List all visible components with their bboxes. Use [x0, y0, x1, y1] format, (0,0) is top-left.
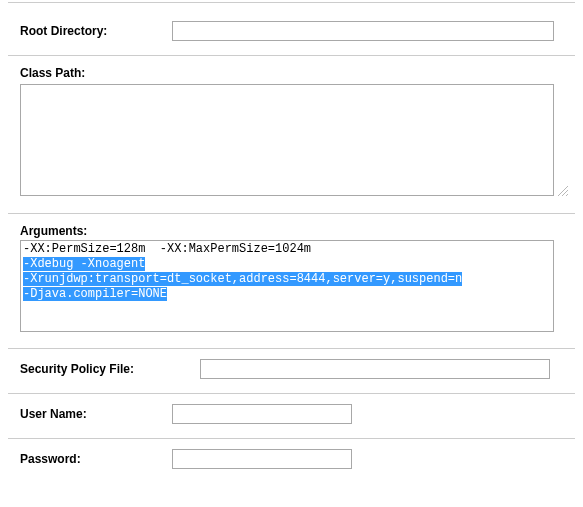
arguments-highlighted-line: -Xrunjdwp:transport=dt_socket,address=84… — [23, 272, 462, 286]
resize-grip-icon — [538, 316, 550, 328]
arguments-textarea[interactable]: -XX:PermSize=128m -XX:MaxPermSize=1024m-… — [20, 240, 554, 332]
security-policy-section: Security Policy File: — [8, 349, 575, 393]
svg-line-2 — [566, 194, 568, 196]
arguments-label: Arguments: — [20, 224, 87, 238]
user-name-input[interactable] — [172, 404, 352, 424]
user-name-label: User Name: — [20, 407, 172, 421]
svg-line-1 — [562, 190, 568, 196]
svg-line-0 — [558, 186, 568, 196]
password-label: Password: — [20, 452, 172, 466]
arguments-line: -XX:PermSize=128m -XX:MaxPermSize=1024m — [23, 242, 551, 257]
user-name-section: User Name: — [8, 394, 575, 438]
root-directory-section: Root Directory: — [8, 3, 575, 55]
root-directory-label: Root Directory: — [20, 24, 172, 38]
arguments-highlighted-line: -Djava.compiler=NONE — [23, 287, 167, 301]
password-input[interactable] — [172, 449, 352, 469]
resize-grip-icon — [556, 184, 568, 196]
arguments-highlighted-line: -Xdebug -Xnoagent — [23, 257, 145, 271]
password-section: Password: — [8, 439, 575, 473]
arguments-section: Arguments: -XX:PermSize=128m -XX:MaxPerm… — [8, 214, 575, 348]
class-path-section: Class Path: — [8, 56, 575, 213]
class-path-label: Class Path: — [20, 66, 85, 80]
root-directory-input[interactable] — [172, 21, 554, 41]
security-policy-input[interactable] — [200, 359, 550, 379]
security-policy-label: Security Policy File: — [20, 362, 200, 376]
class-path-textarea[interactable] — [20, 84, 554, 196]
